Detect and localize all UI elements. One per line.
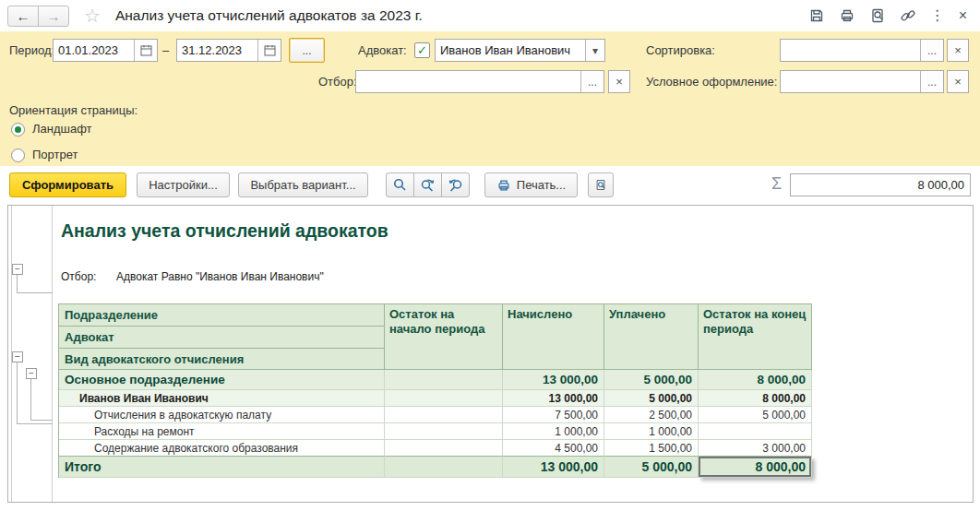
cell-start[interactable] <box>385 370 503 390</box>
sort-label: Сортировка: <box>646 39 715 62</box>
period-to-field[interactable] <box>176 39 281 62</box>
period-from-field[interactable] <box>53 39 158 62</box>
calendar-icon[interactable] <box>134 40 157 61</box>
print-icon[interactable] <box>839 7 855 24</box>
selection-input[interactable] <box>356 71 580 92</box>
advocate-combo[interactable]: ▾ <box>435 39 605 62</box>
save-icon[interactable] <box>808 7 825 24</box>
cell-accrued[interactable]: 13 000,00 <box>503 390 604 407</box>
cell-paid[interactable]: 5 000,00 <box>604 370 699 390</box>
cell-paid[interactable]: 1 500,00 <box>604 440 699 457</box>
cell-end[interactable]: 8 000,00 <box>699 370 812 390</box>
table-row-detail-name[interactable]: Отчисления в адвокатскую палату <box>59 407 385 423</box>
formatting-field[interactable]: ... <box>780 70 944 93</box>
orientation-portrait-radio[interactable] <box>11 149 25 162</box>
selection-clear-button[interactable]: × <box>608 70 630 93</box>
filter-panel: Период: – ... Адвокат: ✓ ▾ Сортировка: .… <box>0 31 980 166</box>
cell-paid[interactable]: 5 000,00 <box>604 390 699 407</box>
selection-label: Отбор: <box>318 70 357 93</box>
orientation-landscape-radio[interactable] <box>11 123 25 137</box>
zoom-icon[interactable] <box>386 172 414 197</box>
zoom-buttons <box>386 172 470 197</box>
report-table: Подразделение Адвокат Вид адвокатского о… <box>58 303 812 478</box>
advocate-checkbox[interactable]: ✓ <box>414 42 430 58</box>
cell-end[interactable]: 5 000,00 <box>699 407 812 423</box>
cell-end[interactable]: 8 000,00 <box>699 390 812 407</box>
header-accrued[interactable]: Начислено <box>503 304 604 370</box>
generate-button[interactable]: Сформировать <box>9 172 126 197</box>
print-button-label: Печать... <box>517 178 566 192</box>
cell-accrued[interactable]: 13 000,00 <box>503 370 604 390</box>
orientation-label: Ориентация страницы: <box>9 101 137 120</box>
cell-start[interactable] <box>385 423 503 440</box>
table-row-group-name[interactable]: Иванов Иван Иванович <box>59 390 385 407</box>
collapse-group-button[interactable]: − <box>26 368 37 379</box>
report-filter-value: Адвокат Равно "Иванов Иван Иванович" <box>116 270 324 283</box>
advocate-input[interactable] <box>436 40 585 61</box>
choose-variant-button[interactable]: Выбрать вариант... <box>238 172 368 197</box>
cell-end[interactable]: 3 000,00 <box>699 440 812 457</box>
sum-field[interactable] <box>790 173 971 196</box>
sum-input[interactable] <box>791 174 970 196</box>
cell-start[interactable] <box>385 440 503 457</box>
ellipsis-icon[interactable]: ... <box>580 71 604 92</box>
titlebar: ← → ☆ Анализ учета отчислений адвокатов … <box>0 0 980 31</box>
table-row-total-name[interactable]: Итого <box>59 457 385 478</box>
calendar-icon[interactable] <box>257 40 281 61</box>
table-row-group-name[interactable]: Основное подразделение <box>59 370 385 390</box>
orientation-landscape-label[interactable]: Ландшафт <box>32 120 92 138</box>
print-preview-button[interactable] <box>588 172 614 197</box>
cell-accrued[interactable]: 13 000,00 <box>503 457 604 478</box>
orientation-portrait-label[interactable]: Портрет <box>32 146 78 164</box>
close-icon[interactable]: × <box>959 8 967 23</box>
back-button[interactable]: ← <box>7 6 39 27</box>
settings-button[interactable]: Настройки... <box>137 172 230 197</box>
preview-icon[interactable] <box>869 7 886 24</box>
print-button[interactable]: Печать... <box>484 172 578 197</box>
cell-end[interactable] <box>699 423 812 440</box>
group-connector <box>17 275 53 293</box>
formatting-clear-button[interactable]: × <box>947 70 969 93</box>
sort-input[interactable] <box>781 40 920 61</box>
cell-start[interactable] <box>385 407 503 423</box>
cell-accrued[interactable]: 4 500,00 <box>503 440 604 457</box>
report-title: Анализ учета отчислений адвокатов <box>61 220 388 242</box>
cell-paid[interactable]: 5 000,00 <box>604 457 699 478</box>
nav-buttons: ← → <box>7 6 69 27</box>
collapse-group-button[interactable]: − <box>12 351 23 362</box>
period-to-input[interactable] <box>177 40 257 61</box>
period-from-input[interactable] <box>54 40 134 61</box>
cell-start[interactable] <box>385 457 503 478</box>
header-advocate[interactable]: Адвокат <box>59 327 384 349</box>
header-deduction-type[interactable]: Вид адвокатского отчисления <box>59 349 384 370</box>
collapse-group-button[interactable]: − <box>12 264 23 275</box>
header-end-balance[interactable]: Остаток на конец периода <box>699 304 812 370</box>
header-start-balance[interactable]: Остаток на начало периода <box>385 304 503 370</box>
sort-clear-button[interactable]: × <box>947 39 969 62</box>
selection-field[interactable]: ... <box>355 70 604 93</box>
zoom-out-icon[interactable] <box>413 172 442 197</box>
link-icon[interactable] <box>900 7 916 24</box>
titlebar-actions: ⋮ × <box>808 7 967 24</box>
cell-accrued[interactable]: 1 000,00 <box>503 423 604 440</box>
ellipsis-icon[interactable]: ... <box>920 40 943 61</box>
formatting-input[interactable] <box>781 71 920 92</box>
header-paid[interactable]: Уплачено <box>604 304 699 370</box>
cell-accrued[interactable]: 7 500,00 <box>503 407 604 423</box>
table-row-detail-name[interactable]: Содержание адвокатского образования <box>59 440 385 457</box>
action-toolbar: Сформировать Настройки... Выбрать вариан… <box>0 166 980 205</box>
period-variants-button[interactable]: ... <box>289 38 325 63</box>
chevron-down-icon[interactable]: ▾ <box>585 40 604 61</box>
table-row-detail-name[interactable]: Расходы на ремонт <box>59 423 385 440</box>
cell-end-selected[interactable]: 8 000,00 <box>699 457 812 478</box>
more-icon[interactable]: ⋮ <box>930 8 945 23</box>
ellipsis-icon[interactable]: ... <box>920 71 943 92</box>
favorite-star-icon[interactable]: ☆ <box>84 6 101 25</box>
sort-field[interactable]: ... <box>780 39 944 62</box>
cell-paid[interactable]: 2 500,00 <box>604 407 699 423</box>
zoom-in-icon[interactable] <box>441 172 470 197</box>
cell-paid[interactable]: 1 000,00 <box>604 423 699 440</box>
cell-start[interactable] <box>385 390 503 407</box>
forward-button[interactable]: → <box>38 6 69 27</box>
header-division[interactable]: Подразделение <box>59 304 384 327</box>
